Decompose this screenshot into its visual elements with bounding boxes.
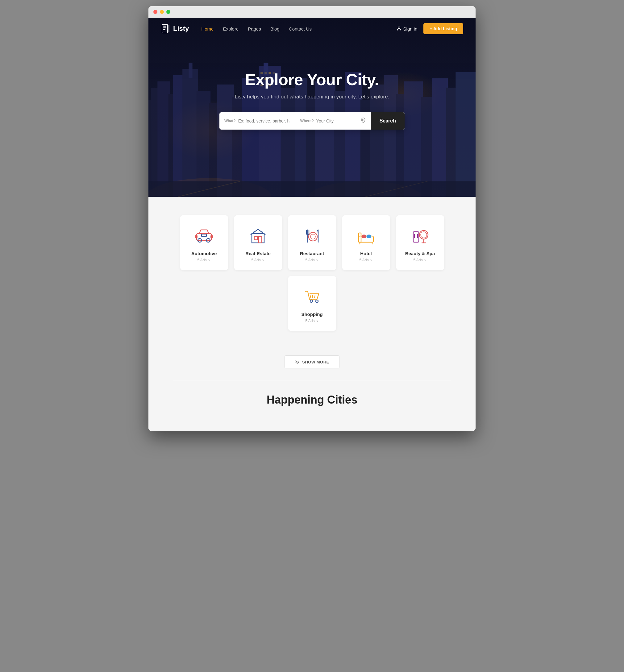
real-estate-name: Real-Estate xyxy=(245,251,271,256)
real-estate-icon xyxy=(248,226,268,246)
category-restaurant[interactable]: Restaurant 5 Ads ∨ xyxy=(288,215,336,270)
search-where-section: Where? xyxy=(295,117,371,124)
svg-rect-57 xyxy=(254,237,257,240)
browser-window: Listy Home Explore Pages Blog Contact Us… xyxy=(149,6,475,431)
svg-rect-56 xyxy=(252,234,264,243)
beauty-ads: 5 Ads ∨ xyxy=(413,258,426,262)
nav-links: Home Explore Pages Blog Contact Us xyxy=(201,26,396,31)
logo[interactable]: Listy xyxy=(161,24,189,34)
svg-line-81 xyxy=(310,295,311,298)
restaurant-name: Restaurant xyxy=(300,251,324,256)
navbar: Listy Home Explore Pages Blog Contact Us… xyxy=(149,18,475,39)
maximize-button[interactable] xyxy=(166,10,170,14)
beauty-name: Beauty & Spa xyxy=(405,251,435,256)
chevron-down-double-icon xyxy=(295,359,300,365)
svg-rect-68 xyxy=(367,235,371,238)
hotel-ads: 5 Ads ∨ xyxy=(359,258,372,262)
hero-title: Explore Your City. xyxy=(245,70,379,89)
nav-actions: Sign in + Add Listing xyxy=(396,23,463,34)
automotive-ads: 5 Ads ∨ xyxy=(197,258,210,262)
happening-cities-title: Happening Cities xyxy=(173,394,451,406)
shopping-name: Shopping xyxy=(301,312,322,317)
hero-subtitle: Listy helps you find out whats happening… xyxy=(235,94,389,100)
show-more-label: SHOW MORE xyxy=(302,360,329,365)
nav-pages[interactable]: Pages xyxy=(248,26,261,31)
svg-rect-46 xyxy=(163,29,165,30)
user-icon xyxy=(396,26,401,31)
what-input[interactable] xyxy=(238,118,290,124)
happening-cities-section: Happening Cities xyxy=(161,381,463,419)
search-bar: What? Where? Search xyxy=(219,112,405,130)
svg-point-49 xyxy=(362,119,364,121)
hero-section: Listy Home Explore Pages Blog Contact Us… xyxy=(149,18,475,197)
beauty-icon xyxy=(410,226,430,246)
shopping-ads: 5 Ads ∨ xyxy=(305,319,318,323)
category-shopping[interactable]: Shopping 5 Ads ∨ xyxy=(288,276,336,331)
logo-icon xyxy=(161,24,171,34)
svg-rect-45 xyxy=(163,27,166,28)
close-button[interactable] xyxy=(153,10,157,14)
logo-text: Listy xyxy=(173,25,189,33)
svg-point-76 xyxy=(421,232,427,238)
add-listing-button[interactable]: + Add Listing xyxy=(423,23,463,34)
svg-rect-47 xyxy=(167,25,170,32)
svg-point-62 xyxy=(309,232,317,241)
svg-rect-53 xyxy=(202,234,206,237)
svg-point-63 xyxy=(310,234,315,239)
nav-explore[interactable]: Explore xyxy=(223,26,238,31)
real-estate-ads: 5 Ads ∨ xyxy=(251,258,264,262)
svg-point-48 xyxy=(398,27,400,29)
automotive-name: Automotive xyxy=(191,251,217,256)
location-icon xyxy=(360,117,366,124)
minimize-button[interactable] xyxy=(160,10,164,14)
svg-point-80 xyxy=(316,300,318,302)
categories-section: Automotive 5 Ads ∨ Real-Estate xyxy=(149,197,475,431)
svg-rect-58 xyxy=(259,237,262,243)
hero-content: Explore Your City. Listy helps you find … xyxy=(149,39,475,130)
category-beauty[interactable]: Beauty & Spa 5 Ads ∨ xyxy=(396,215,444,270)
shopping-icon xyxy=(302,287,322,307)
signin-label: Sign in xyxy=(404,26,418,31)
svg-rect-44 xyxy=(163,26,166,27)
svg-rect-67 xyxy=(362,235,366,238)
what-label: What? xyxy=(224,119,236,123)
signin-button[interactable]: Sign in xyxy=(396,26,418,31)
categories-grid: Automotive 5 Ads ∨ Real-Estate xyxy=(161,215,463,331)
show-more-wrap: SHOW MORE xyxy=(161,343,463,375)
svg-rect-40 xyxy=(149,181,475,197)
restaurant-ads: 5 Ads ∨ xyxy=(305,258,318,262)
category-real-estate[interactable]: Real-Estate 5 Ads ∨ xyxy=(234,215,282,270)
where-input[interactable] xyxy=(316,118,358,124)
browser-chrome xyxy=(149,6,475,18)
show-more-button[interactable]: SHOW MORE xyxy=(285,355,339,368)
hotel-icon xyxy=(356,226,376,246)
nav-home[interactable]: Home xyxy=(201,26,213,31)
svg-rect-66 xyxy=(359,233,361,242)
where-label: Where? xyxy=(300,119,314,123)
category-automotive[interactable]: Automotive 5 Ads ∨ xyxy=(180,215,228,270)
automotive-icon xyxy=(194,226,214,246)
search-button[interactable]: Search xyxy=(371,112,405,130)
hotel-name: Hotel xyxy=(360,251,372,256)
category-hotel[interactable]: Hotel 5 Ads ∨ xyxy=(342,215,390,270)
restaurant-icon xyxy=(302,226,322,246)
nav-blog[interactable]: Blog xyxy=(270,26,280,31)
svg-point-79 xyxy=(310,300,313,302)
search-what-section: What? xyxy=(219,118,295,124)
nav-contact[interactable]: Contact Us xyxy=(289,26,312,31)
svg-line-83 xyxy=(314,295,315,298)
